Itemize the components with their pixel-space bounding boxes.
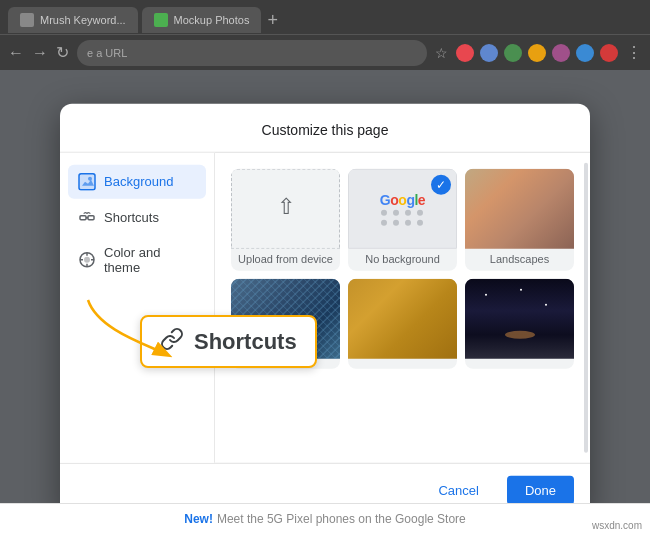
ext-icon-1[interactable] xyxy=(456,44,474,62)
bottom-bar-text: Meet the 5G Pixel phones on the Google S… xyxy=(217,512,466,526)
svg-rect-0 xyxy=(79,173,95,189)
shortcuts-label: Shortcuts xyxy=(104,210,159,225)
tab1-favicon xyxy=(20,13,34,27)
dialog-sidebar: Background Shortcuts xyxy=(60,152,215,462)
dot-grid xyxy=(381,209,425,225)
ext-icon-5[interactable] xyxy=(552,44,570,62)
reload-button[interactable]: ↻ xyxy=(56,43,69,62)
tab1-label: Mrush Keyword... xyxy=(40,14,126,26)
night-planet xyxy=(505,330,535,338)
landscape-image xyxy=(465,168,574,248)
new-tab-button[interactable]: + xyxy=(267,10,278,31)
forward-button[interactable]: → xyxy=(32,44,48,62)
tab-bar: Mrush Keyword... Mockup Photos + xyxy=(0,0,650,34)
wheat-image xyxy=(348,278,457,358)
night-star-3 xyxy=(545,303,547,305)
theme-icon xyxy=(78,250,96,268)
new-badge: New! xyxy=(184,512,213,526)
selected-badge: ✓ xyxy=(431,174,451,194)
extension-icons xyxy=(456,44,618,62)
dialog-content: ⇧ Upload from device Google xyxy=(215,152,590,462)
attribution: wsxdn.com xyxy=(592,520,642,531)
highlight-box: Shortcuts xyxy=(140,315,317,368)
bookmark-icon: ☆ xyxy=(435,45,448,61)
night-star-2 xyxy=(520,288,522,290)
night-image xyxy=(465,278,574,358)
tab-2[interactable]: Mockup Photos xyxy=(142,7,262,33)
ext-icon-4[interactable] xyxy=(528,44,546,62)
upload-item[interactable]: ⇧ Upload from device xyxy=(231,168,340,270)
background-icon xyxy=(78,172,96,190)
wheat-label xyxy=(348,358,457,368)
dialog-body: Background Shortcuts xyxy=(60,152,590,462)
address-text: e a URL xyxy=(87,47,127,59)
address-bar[interactable]: e a URL xyxy=(77,40,427,66)
no-background-item[interactable]: Google ✓ No background xyxy=(348,168,457,270)
landscapes-item[interactable]: Landscapes xyxy=(465,168,574,270)
sidebar-item-shortcuts[interactable]: Shortcuts xyxy=(68,200,206,234)
svg-point-2 xyxy=(88,176,92,180)
link-icon xyxy=(160,327,184,356)
page-background: Customize this page Background xyxy=(0,70,650,533)
no-background-label: No background xyxy=(348,248,457,270)
shortcuts-icon xyxy=(78,208,96,226)
wheat-item[interactable] xyxy=(348,278,457,368)
ext-icon-6[interactable] xyxy=(576,44,594,62)
landscapes-label: Landscapes xyxy=(465,248,574,270)
tab2-favicon xyxy=(154,13,168,27)
tab2-label: Mockup Photos xyxy=(174,14,250,26)
browser-chrome: Mrush Keyword... Mockup Photos + ← → ↻ e… xyxy=(0,0,650,70)
sidebar-item-color-theme[interactable]: Color and theme xyxy=(68,236,206,282)
svg-rect-3 xyxy=(80,215,86,219)
svg-point-6 xyxy=(84,256,90,262)
sidebar-item-background[interactable]: Background xyxy=(68,164,206,198)
dialog-title: Customize this page xyxy=(60,103,590,152)
bottom-bar: New! Meet the 5G Pixel phones on the Goo… xyxy=(0,503,650,533)
upload-label: Upload from device xyxy=(231,248,340,270)
done-button[interactable]: Done xyxy=(507,475,574,504)
google-mini-logo: Google xyxy=(380,191,425,207)
back-button[interactable]: ← xyxy=(8,44,24,62)
background-label: Background xyxy=(104,174,173,189)
customize-dialog: Customize this page Background xyxy=(60,103,590,516)
ext-icon-3[interactable] xyxy=(504,44,522,62)
night-star-1 xyxy=(485,293,487,295)
svg-rect-4 xyxy=(88,215,94,219)
toolbar: ← → ↻ e a URL ☆ ⋮ xyxy=(0,34,650,70)
theme-label: Color and theme xyxy=(104,244,196,274)
ext-icon-7[interactable] xyxy=(600,44,618,62)
upload-icon: ⇧ xyxy=(277,193,295,219)
night-label xyxy=(465,358,574,368)
tab-1[interactable]: Mrush Keyword... xyxy=(8,7,138,33)
night-item[interactable] xyxy=(465,278,574,368)
cancel-button[interactable]: Cancel xyxy=(420,475,496,504)
highlight-label: Shortcuts xyxy=(194,329,297,355)
profile-button[interactable]: ⋮ xyxy=(626,43,642,62)
ext-icon-2[interactable] xyxy=(480,44,498,62)
scrollbar[interactable] xyxy=(584,162,588,452)
